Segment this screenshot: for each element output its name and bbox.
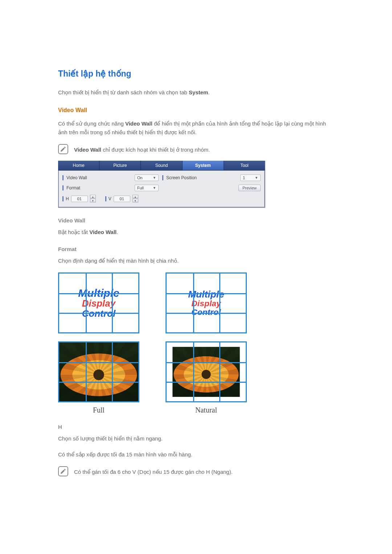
section-title: Thiết lập hệ thống (58, 69, 334, 79)
toggle-bold: Video Wall (89, 229, 117, 235)
spinner-up-icon: ▲ (90, 195, 96, 198)
label-bar-icon (105, 196, 106, 201)
h-spinner-buttons[interactable]: ▲ ▼ (90, 195, 96, 202)
spinner-up-icon: ▲ (132, 195, 138, 198)
grid-line (193, 274, 194, 332)
v-spinner-buttons[interactable]: ▲ ▼ (132, 195, 138, 202)
screen-position-value: 1 (243, 176, 245, 180)
note-icon (58, 466, 68, 476)
format-dropdown[interactable]: Full ▼ (135, 185, 159, 191)
label-full: Full (93, 406, 105, 414)
note-icon-wrap (58, 466, 68, 476)
grid-line (167, 313, 246, 314)
video-wall-dropdown[interactable]: On ▼ (135, 175, 159, 181)
panel-row-2: Format Full ▼ Preview (62, 185, 261, 191)
format-value: Full (137, 186, 144, 190)
video-wall-toggle-desc: Bật hoặc tắt Video Wall. (58, 228, 334, 237)
illus-natural-image: Natural (166, 341, 247, 414)
note-icon (58, 144, 68, 154)
label-bar-icon (62, 185, 64, 190)
mdc-text: Multiple Display Control (171, 277, 241, 329)
grid-line (86, 342, 87, 401)
label-video-wall: Video Wall (66, 175, 87, 180)
grid-line (219, 274, 220, 332)
tab-tool[interactable]: Tool (224, 161, 265, 170)
mdc-line2: Display (82, 299, 116, 308)
document-page: Thiết lập hệ thống Chọn thiết bị hiển th… (0, 0, 392, 554)
note-row-h: Có thể gán tối đa 6 cho V (Dọc) nếu 15 đ… (58, 466, 334, 476)
tab-picture[interactable]: Picture (99, 161, 141, 170)
panel-body: Video Wall On ▼ Screen Position 1 ▼ (58, 171, 265, 208)
video-wall-value: On (137, 176, 143, 180)
note-row-video-wall: Video Wall chỉ được kích hoạt khi thiết … (58, 144, 334, 154)
illus-full-image: Full (58, 341, 139, 414)
grid-line (59, 362, 138, 363)
illustration-row-image: Full Natural (58, 341, 334, 414)
field-title-format: Format (58, 246, 334, 252)
grid-line (167, 382, 246, 383)
mdc-line2: Display (191, 299, 221, 308)
screen-position-dropdown[interactable]: 1 ▼ (240, 175, 261, 181)
vw-desc-bold: Video Wall (125, 120, 152, 127)
v-spinner-value[interactable]: 01 (114, 196, 130, 202)
system-panel: Home Picture Sound System Tool Video Wal… (58, 161, 265, 208)
grid-line (59, 313, 138, 314)
label-bar-icon (162, 175, 163, 180)
chevron-down-icon: ▼ (153, 176, 156, 180)
intro-text-after: . (208, 89, 209, 95)
toggle-before: Bật hoặc tắt (58, 229, 89, 235)
mdc-line3: Control (191, 308, 221, 317)
illus-natural-text: Multiple Display Control (166, 272, 247, 333)
tab-system[interactable]: System (183, 161, 224, 170)
illus-panel-full-text: Multiple Display Control (58, 272, 139, 333)
flower-image (59, 342, 138, 401)
tab-bar: Home Picture Sound System Tool (58, 161, 265, 171)
grid-line (219, 342, 220, 401)
chevron-down-icon: ▼ (255, 176, 258, 180)
grid-line (59, 293, 138, 294)
grid-line (112, 274, 113, 332)
field-title-h: H (58, 424, 334, 430)
intro-text-before: Chọn thiết bị hiển thị từ danh sách nhóm… (58, 89, 189, 95)
h-desc-2: Có thể sắp xếp được tối đa 15 màn hình v… (58, 450, 334, 459)
toggle-after: . (117, 229, 118, 235)
grid-line (167, 293, 246, 294)
note-text: Video Wall chỉ được kích hoạt khi thiết … (74, 144, 210, 154)
label-h: H (66, 196, 69, 201)
mdc-text: Multiple Display Control (59, 274, 138, 332)
grid-line (59, 382, 138, 383)
chevron-down-icon: ▼ (153, 186, 156, 190)
label-screen-position: Screen Position (166, 175, 197, 180)
note-text-h: Có thể gán tối đa 6 cho V (Dọc) nếu 15 đ… (74, 466, 233, 476)
format-desc: Chọn định dạng để hiển thị màn hình bị c… (58, 257, 334, 265)
flower-image (172, 347, 240, 397)
panel-row-1: Video Wall On ▼ Screen Position 1 ▼ (62, 175, 261, 181)
h-desc-1: Chọn số lượng thiết bị hiển thị nằm ngan… (58, 434, 334, 443)
label-bar-icon (62, 196, 64, 201)
tab-home[interactable]: Home (58, 161, 99, 170)
note-bold: Video Wall (74, 147, 101, 153)
tab-sound[interactable]: Sound (141, 161, 182, 170)
h-spinner-value[interactable]: 01 (71, 196, 88, 202)
spinner-down-icon: ▼ (90, 199, 96, 202)
note-icon-wrap (58, 144, 68, 154)
illus-panel-natural-image (166, 341, 247, 402)
illus-panel-full-image (58, 341, 139, 402)
field-title-video-wall: Video Wall (58, 217, 334, 223)
vw-desc-before: Có thể sử dụng chức năng (58, 120, 125, 127)
grid-line (86, 274, 87, 332)
label-natural: Natural (195, 406, 217, 414)
label-v: V (109, 196, 111, 201)
pencil-icon (60, 146, 66, 152)
illustration-row-text: Multiple Display Control Multiple Displa… (58, 272, 334, 333)
illus-panel-natural-text: Multiple Display Control (166, 272, 247, 333)
illus-full-text: Multiple Display Control (58, 272, 139, 333)
preview-button[interactable]: Preview (238, 185, 261, 191)
label-format: Format (66, 185, 80, 190)
note-after: chỉ được kích hoạt khi thiết bị ở trong … (101, 147, 210, 153)
intro-bold-system: System (189, 89, 208, 95)
pencil-icon (60, 468, 66, 475)
spinner-down-icon: ▼ (132, 199, 138, 202)
grid-line (193, 342, 194, 401)
grid-line (112, 342, 113, 401)
